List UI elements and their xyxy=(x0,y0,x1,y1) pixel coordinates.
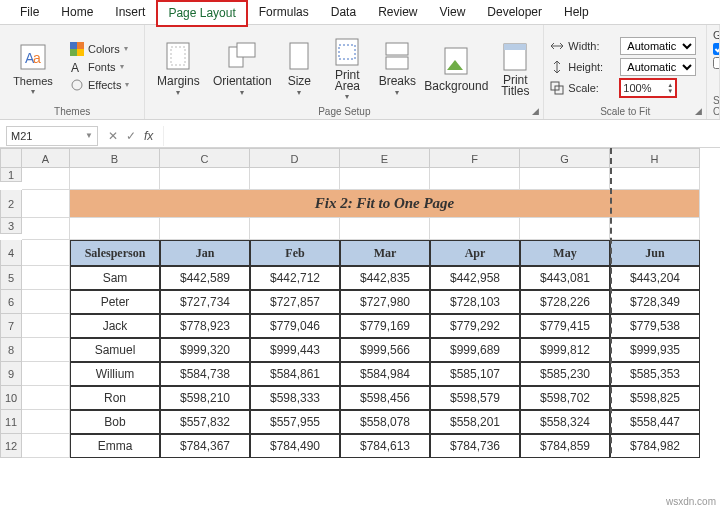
row-header[interactable]: 6 xyxy=(0,290,22,314)
table-value-cell: $598,210 xyxy=(160,386,250,410)
column-header[interactable]: H xyxy=(610,148,700,168)
cell[interactable] xyxy=(250,168,340,190)
cell[interactable] xyxy=(340,168,430,190)
tab-view[interactable]: View xyxy=(430,1,476,23)
column-header[interactable]: F xyxy=(430,148,520,168)
cell[interactable] xyxy=(610,168,700,190)
margins-button[interactable]: Margins▾ xyxy=(151,29,205,104)
table-value-cell: $558,447 xyxy=(610,410,700,434)
themes-button[interactable]: Aa Themes ▾ xyxy=(6,29,60,104)
gridlines-print-checkbox[interactable]: Print xyxy=(713,57,720,69)
formula-input[interactable] xyxy=(163,126,720,146)
row-header[interactable]: 5 xyxy=(0,266,22,290)
tab-home[interactable]: Home xyxy=(51,1,103,23)
cell[interactable] xyxy=(22,338,70,362)
table-value-cell: $584,738 xyxy=(160,362,250,386)
spin-arrows-icon[interactable]: ▲▼ xyxy=(667,82,673,94)
cell[interactable] xyxy=(160,218,250,240)
row-header[interactable]: 3 xyxy=(0,218,22,234)
tab-developer[interactable]: Developer xyxy=(477,1,552,23)
table-value-cell: $598,825 xyxy=(610,386,700,410)
row-header[interactable]: 10 xyxy=(0,386,22,410)
chevron-down-icon[interactable]: ▼ xyxy=(85,131,93,140)
cell[interactable] xyxy=(340,218,430,240)
print-titles-button[interactable]: Print Titles xyxy=(493,29,537,104)
width-select[interactable]: Automatic xyxy=(620,37,696,55)
column-header[interactable]: B xyxy=(70,148,160,168)
table-value-cell: $598,456 xyxy=(340,386,430,410)
table-header: Salesperson xyxy=(70,240,160,266)
background-label: Background xyxy=(424,79,488,93)
enter-icon[interactable]: ✓ xyxy=(126,129,136,143)
fx-icon[interactable]: fx xyxy=(144,129,153,143)
cell[interactable] xyxy=(22,266,70,290)
width-label: Width: xyxy=(568,40,616,52)
print-area-label: Print Area xyxy=(335,70,360,92)
column-header[interactable]: A xyxy=(22,148,70,168)
table-header: Apr xyxy=(430,240,520,266)
cell[interactable] xyxy=(22,240,70,266)
row-header[interactable]: 8 xyxy=(0,338,22,362)
row-header[interactable]: 4 xyxy=(0,240,22,266)
fonts-button[interactable]: A Fonts ▾ xyxy=(66,59,133,75)
cell[interactable] xyxy=(430,168,520,190)
size-button[interactable]: Size▾ xyxy=(279,29,319,104)
row-header[interactable]: 9 xyxy=(0,362,22,386)
tab-data[interactable]: Data xyxy=(321,1,366,23)
cell[interactable] xyxy=(22,410,70,434)
cell[interactable] xyxy=(70,168,160,190)
row-header[interactable]: 7 xyxy=(0,314,22,338)
column-header[interactable]: D xyxy=(250,148,340,168)
scale-spinbox[interactable]: 100% ▲▼ xyxy=(620,79,676,97)
cancel-icon[interactable]: ✕ xyxy=(108,129,118,143)
tab-page-layout[interactable]: Page Layout xyxy=(157,1,246,26)
cell[interactable] xyxy=(250,218,340,240)
cell[interactable] xyxy=(22,314,70,338)
cell[interactable] xyxy=(22,434,70,458)
cell[interactable] xyxy=(610,218,700,240)
cell[interactable] xyxy=(160,168,250,190)
scale-launcher[interactable]: ◢ xyxy=(692,105,704,117)
effects-label: Effects xyxy=(88,79,121,91)
orientation-button[interactable]: Orientation▾ xyxy=(211,29,273,104)
page-setup-launcher[interactable]: ◢ xyxy=(529,105,541,117)
name-box[interactable]: M21 ▼ xyxy=(6,126,98,146)
column-header[interactable]: G xyxy=(520,148,610,168)
height-select[interactable]: Automatic xyxy=(620,58,696,76)
tab-review[interactable]: Review xyxy=(368,1,427,23)
tab-insert[interactable]: Insert xyxy=(105,1,155,23)
table-value-cell: $443,081 xyxy=(520,266,610,290)
cell[interactable] xyxy=(22,190,70,218)
cell[interactable] xyxy=(22,218,70,240)
fonts-icon: A xyxy=(70,60,84,74)
row-header[interactable]: 2 xyxy=(0,190,22,218)
cell[interactable] xyxy=(70,218,160,240)
table-value-cell: $558,078 xyxy=(340,410,430,434)
scale-label: Scale: xyxy=(568,82,616,94)
background-button[interactable]: Background xyxy=(425,29,487,104)
cell[interactable] xyxy=(22,362,70,386)
print-area-button[interactable]: Print Area▾ xyxy=(325,29,369,104)
grid[interactable]: ABCDEFGH12Fix 2: Fit to One Page34Salesp… xyxy=(0,148,720,458)
cell[interactable] xyxy=(520,218,610,240)
select-all[interactable] xyxy=(0,148,22,168)
table-value-cell: $779,415 xyxy=(520,314,610,338)
row-header[interactable]: 1 xyxy=(0,168,22,182)
cell[interactable] xyxy=(520,168,610,190)
column-header[interactable]: C xyxy=(160,148,250,168)
cell[interactable] xyxy=(22,290,70,314)
table-value-cell: $784,982 xyxy=(610,434,700,458)
effects-button[interactable]: Effects ▾ xyxy=(66,77,133,93)
gridlines-view-checkbox[interactable]: View xyxy=(713,43,720,55)
tab-formulas[interactable]: Formulas xyxy=(249,1,319,23)
breaks-button[interactable]: Breaks▾ xyxy=(375,29,419,104)
tab-help[interactable]: Help xyxy=(554,1,599,23)
cell[interactable] xyxy=(430,218,520,240)
column-header[interactable]: E xyxy=(340,148,430,168)
row-header[interactable]: 11 xyxy=(0,410,22,434)
row-header[interactable]: 12 xyxy=(0,434,22,458)
cell[interactable] xyxy=(22,168,70,190)
cell[interactable] xyxy=(22,386,70,410)
colors-button[interactable]: Colors ▾ xyxy=(66,41,133,57)
tab-file[interactable]: File xyxy=(10,1,49,23)
